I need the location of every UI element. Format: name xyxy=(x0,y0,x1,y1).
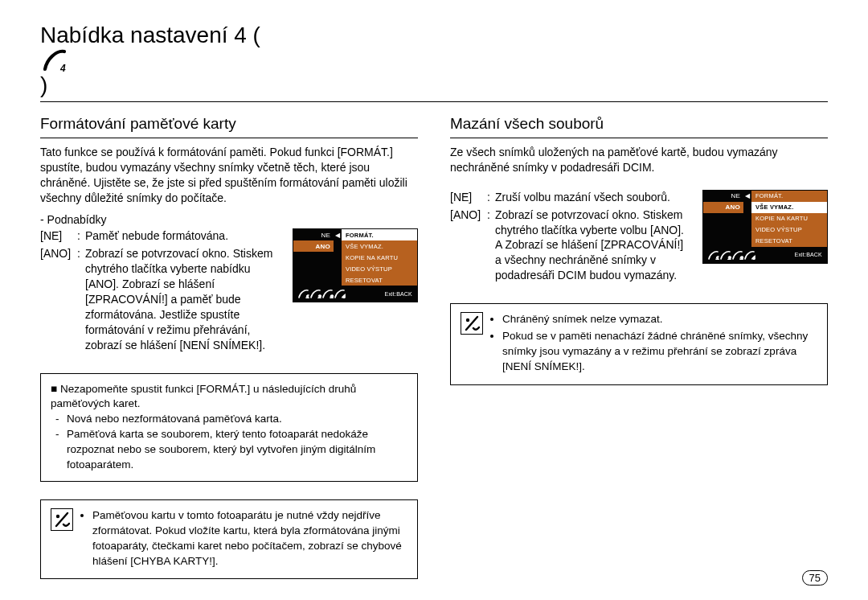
svg-point-10 xyxy=(466,318,469,322)
lcd-footer: 1 2 3 4 Exit:BACK xyxy=(293,286,417,302)
svg-text:2: 2 xyxy=(727,256,731,260)
title-suffix: ) xyxy=(40,72,47,97)
option-key: [NE] xyxy=(450,190,487,205)
svg-text:3: 3 xyxy=(740,256,743,260)
page-number: 75 xyxy=(802,570,828,586)
lcd-item: RESETOVAT xyxy=(342,274,417,286)
option-key: [ANO] xyxy=(450,208,487,283)
option-val: Paměť nebude formátována. xyxy=(85,228,281,244)
right-options: [NE] : Zruší volbu mazání všech souborů.… xyxy=(450,190,691,286)
svg-text:2: 2 xyxy=(317,294,321,298)
option-row: [NE] : Paměť nebude formátována. xyxy=(40,228,281,244)
option-val: Zruší volbu mazání všech souborů. xyxy=(495,190,691,205)
tip-item: Pokud se v paměti nenachází žádné chráně… xyxy=(502,329,817,375)
svg-text:4: 4 xyxy=(752,256,755,260)
left-options: [NE] : Paměť nebude formátována. [ANO] :… xyxy=(40,228,281,355)
lcd-item: VŠE VYMAZ. xyxy=(342,240,417,252)
tip-item: Paměťovou kartu v tomto fotoaparátu je n… xyxy=(92,508,407,569)
lcd-item: VŠE VYMAZ. xyxy=(751,202,827,213)
svg-text:4: 4 xyxy=(59,63,66,72)
lcd-item: KOPIE NA KARTU xyxy=(751,213,827,224)
lcd-menu-right: NE ◀ FORMÁT. ANO VŠE VYMAZ. KOPIE NA KAR… xyxy=(702,190,828,264)
left-column: Formátování paměťové karty Tato funkce s… xyxy=(40,112,418,579)
svg-text:3: 3 xyxy=(330,294,334,298)
option-val: Zobrazí se potvrzovací okno. Stiskem chy… xyxy=(85,246,281,352)
lcd-ne: NE xyxy=(293,229,334,240)
svg-text:1: 1 xyxy=(716,256,719,260)
note-box-left: ■ Nezapomeňte spustit funkci [FORMÁT.] u… xyxy=(40,373,418,482)
right-subhead: Mazání všech souborů xyxy=(450,115,828,138)
tip-item: Chráněný snímek nelze vymazat. xyxy=(502,312,817,327)
note-item: Nová nebo nezformátovaná paměťová karta. xyxy=(62,412,407,427)
lcd-ne: NE xyxy=(703,191,743,202)
lcd-footer: 1 2 3 4 Exit:BACK xyxy=(703,247,827,263)
right-intro: Ze všech snímků uložených na paměťové ka… xyxy=(450,145,828,175)
tip-box-left: Paměťovou kartu v tomto fotoaparátu je n… xyxy=(40,499,418,580)
option-row: [ANO] : Zobrazí se potvrzovací okno. Sti… xyxy=(450,208,691,283)
lcd-exit: Exit:BACK xyxy=(795,252,822,257)
arrow-left-icon: ◀ xyxy=(334,229,342,240)
title-prefix: Nabídka nastavení 4 ( xyxy=(40,23,260,47)
lcd-item: RESETOVAT xyxy=(751,236,827,247)
lcd-item: FORMÁT. xyxy=(342,229,417,240)
option-val: Zobrazí se potvrzovací okno. Stiskem chy… xyxy=(495,208,691,283)
lcd-item: VIDEO VÝSTUP xyxy=(342,263,417,274)
arrow-left-icon: ◀ xyxy=(743,191,751,202)
settings4-icon: 4 xyxy=(40,48,260,72)
tip-box-right: Chráněný snímek nelze vymazat. Pokud se … xyxy=(450,303,828,385)
left-intro: Tato funkce se používá k formátování pam… xyxy=(40,145,418,206)
lcd-ano: ANO xyxy=(703,202,743,213)
page-title: Nabídka nastavení 4 ( 4 ) xyxy=(40,23,260,98)
lcd-exit: Exit:BACK xyxy=(385,291,412,297)
right-column: Mazání všech souborů Ze všech snímků ulo… xyxy=(450,112,828,579)
tip-icon xyxy=(51,508,73,531)
page-header: Nabídka nastavení 4 ( 4 ) xyxy=(40,23,828,102)
option-key: [NE] xyxy=(40,228,77,244)
tip-icon xyxy=(461,312,483,335)
settings-tabs-icon: 1 2 3 4 xyxy=(298,289,346,298)
lcd-item: KOPIE NA KARTU xyxy=(342,252,417,263)
option-row: [NE] : Zruší volbu mazání všech souborů. xyxy=(450,190,691,205)
option-row: [ANO] : Zobrazí se potvrzovací okno. Sti… xyxy=(40,246,281,352)
svg-point-5 xyxy=(56,515,59,518)
submenus-label: - Podnabídky xyxy=(40,212,418,228)
note-item: Paměťová karta se souborem, který tento … xyxy=(62,427,407,473)
lcd-ano: ANO xyxy=(293,240,334,252)
settings-tabs-icon: 1 2 3 4 xyxy=(708,250,756,260)
option-key: [ANO] xyxy=(40,246,77,352)
note-lead: ■ Nezapomeňte spustit funkci [FORMÁT.] u… xyxy=(51,382,407,413)
lcd-item: FORMÁT. xyxy=(751,191,827,202)
svg-text:4: 4 xyxy=(342,294,346,298)
svg-text:1: 1 xyxy=(306,294,309,298)
left-subhead: Formátování paměťové karty xyxy=(40,115,418,138)
lcd-item: VIDEO VÝSTUP xyxy=(751,224,827,236)
lcd-menu-left: NE ◀ FORMÁT. ANO VŠE VYMAZ. KOPIE NA KAR… xyxy=(293,228,418,302)
